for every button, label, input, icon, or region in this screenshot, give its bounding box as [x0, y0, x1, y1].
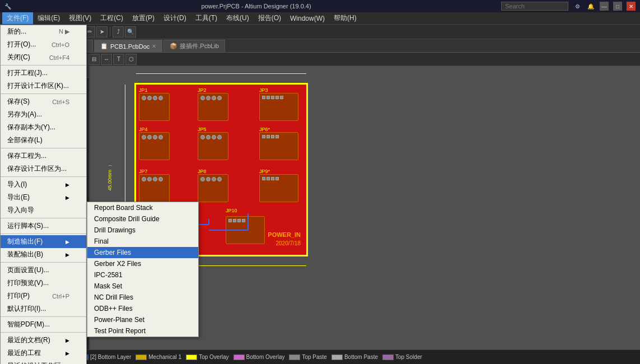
label-jp1: JP1: [139, 87, 148, 93]
pad: [233, 219, 236, 222]
fm-save-as[interactable]: 另存为(A)...: [1, 108, 86, 121]
menu-item-project[interactable]: 工程(C): [96, 12, 128, 24]
fm-print[interactable]: 打印(P) Ctrl+P: [1, 290, 86, 302]
notifications-button[interactable]: 🔔: [586, 2, 595, 11]
fm-save-copy[interactable]: 保存副本为(Y)...: [1, 121, 86, 134]
fm-open-workspace[interactable]: 打开设计工作区(K)...: [1, 80, 86, 92]
maximize-button[interactable]: □: [613, 2, 622, 11]
fs-final[interactable]: Final: [87, 236, 198, 247]
tab-pcb-close[interactable]: ✕: [152, 43, 156, 49]
fm-save[interactable]: 保存(S) Ctrl+S: [1, 95, 86, 108]
zoom-btn[interactable]: 🔍: [125, 26, 136, 38]
fm-sep-6: [1, 234, 86, 234]
pad: [275, 177, 279, 180]
status-bottom-paste[interactable]: Bottom Paste: [331, 354, 378, 360]
pad: [158, 135, 163, 139]
component-jp9: [259, 174, 298, 202]
fm-run-script[interactable]: 运行脚本(S)...: [1, 220, 86, 232]
fm-save-all[interactable]: 全部保存(L): [1, 134, 86, 147]
pad: [212, 96, 216, 100]
menu-item-file[interactable]: 文件(F): [2, 12, 33, 24]
fm-recent-workspaces[interactable]: 最近的设计工作区 ▶: [1, 360, 86, 364]
fm-assembly-output[interactable]: 装配输出(B) ▶: [1, 248, 86, 261]
fm-sep-9: [1, 332, 86, 333]
menu-item-view[interactable]: 视图(V): [64, 12, 96, 24]
top-solder-color: [382, 354, 394, 360]
menu-item-edit[interactable]: 编辑(E): [33, 12, 64, 24]
status-top-overlay[interactable]: Top Overlay: [186, 354, 228, 360]
fm-fab-output-label: 制造输出(F): [7, 237, 43, 246]
fs-composite-drill[interactable]: Composite Drill Guide: [87, 213, 198, 225]
fm-recent-projects[interactable]: 最近的工程 ▶: [1, 347, 86, 360]
fm-save-project-label: 保存工程为...: [7, 151, 46, 161]
top-overlay-color: [186, 354, 197, 360]
fs-gerber-files[interactable]: Gerber Files: [87, 247, 198, 258]
fs-power-plane[interactable]: Power-Plane Set: [87, 314, 198, 325]
fm-new[interactable]: 新的... N ▶: [1, 25, 86, 38]
search-input[interactable]: [501, 2, 568, 11]
fm-default-print[interactable]: 默认打印(I)...: [1, 302, 86, 315]
settings-button[interactable]: ⚙: [573, 2, 582, 11]
pad: [200, 96, 205, 100]
label-jp4: JP4: [139, 127, 148, 132]
layers-btn[interactable]: ⊟: [88, 54, 100, 65]
fm-save-label: 保存(S): [7, 97, 30, 106]
fm-smart-pdf[interactable]: 智能PDF(M)...: [1, 318, 86, 331]
fs-nc-drill[interactable]: NC Drill Files: [87, 292, 198, 303]
tab-lib[interactable]: 📦 接插件.PcbLib: [163, 40, 225, 52]
menu-item-help[interactable]: 帮助(H): [329, 12, 361, 24]
select-btn[interactable]: ➤: [96, 26, 108, 38]
fs-report-board-stack[interactable]: Report Board Stack: [87, 202, 198, 213]
toolbar-pcb: ▼ + 📊 ⊞ ╱ ∿ 🔒 ⊟ ↔ T ⬡: [0, 53, 640, 66]
menu-item-place[interactable]: 放置(P): [128, 12, 159, 24]
fm-save-project[interactable]: 保存工程为...: [1, 150, 86, 162]
component-jp6: [259, 132, 298, 160]
fm-export[interactable]: 导出(E) ▶: [1, 191, 86, 204]
text-btn[interactable]: T: [113, 54, 124, 65]
route-btn[interactable]: ⤴: [113, 26, 124, 38]
fs-odb[interactable]: ODB++ Files: [87, 303, 198, 314]
menu-item-design[interactable]: 设计(D): [159, 12, 191, 24]
status-mech1[interactable]: Mechanical 1: [136, 354, 181, 360]
fs-drill-drawings[interactable]: Drill Drawings: [87, 225, 198, 236]
fs-mask-set[interactable]: Mask Set: [87, 281, 198, 292]
fm-import-guide[interactable]: 导入向导: [1, 204, 86, 217]
fm-recent-docs[interactable]: 最近的文档(R) ▶: [1, 334, 86, 347]
pad: [267, 177, 270, 180]
status-top-solder[interactable]: Top Solder: [382, 354, 422, 360]
statusbar: LS [1] Top Layer [2] Bottom Layer Mechan…: [0, 349, 640, 364]
shape-btn[interactable]: ⬡: [125, 54, 137, 65]
menu-item-route[interactable]: 布线(U): [222, 12, 254, 24]
pad: [271, 135, 274, 138]
pad: [142, 96, 146, 100]
fm-fab-output[interactable]: 制造输出(F) ▶: [1, 235, 86, 248]
fm-page-setup[interactable]: 页面设置(U)...: [1, 264, 86, 277]
menu-item-report[interactable]: 报告(O): [254, 12, 286, 24]
fm-open[interactable]: 打开(O)... Ctrl+O: [1, 38, 86, 51]
fs-ipc2581[interactable]: IPC-2581: [87, 269, 198, 281]
fm-close[interactable]: 关闭(C) Ctrl+F4: [1, 51, 86, 64]
close-button[interactable]: ✕: [627, 2, 636, 11]
fm-import[interactable]: 导入(I) ▶: [1, 178, 86, 191]
status-bottom-overlay[interactable]: Bottom Overlay: [233, 354, 285, 360]
menu-item-window[interactable]: Window(W): [286, 13, 329, 24]
pad: [275, 96, 279, 99]
fm-open-project[interactable]: 打开工程(J)...: [1, 67, 86, 80]
fm-import-label: 导入(I): [7, 180, 27, 189]
fm-save-as-label: 另存为(A)...: [7, 110, 42, 119]
fm-export-arrow: ▶: [66, 195, 69, 200]
pad: [228, 219, 232, 222]
fm-print-preview[interactable]: 打印预览(V)...: [1, 277, 86, 290]
tab-pcb[interactable]: 📋 PCB1.PcbDoc ✕: [94, 40, 162, 52]
component-jp7: [139, 174, 170, 202]
pad: [242, 219, 245, 222]
fm-save-workspace[interactable]: 保存设计工作区为...: [1, 162, 86, 175]
fs-test-point[interactable]: Test Point Report: [87, 325, 198, 337]
status-top-paste[interactable]: Top Paste: [289, 354, 326, 360]
fm-smart-pdf-label: 智能PDF(M)...: [7, 320, 50, 329]
fs-gerber-x2[interactable]: Gerber X2 Files: [87, 258, 198, 269]
minimize-button[interactable]: —: [600, 2, 609, 11]
pad: [237, 219, 241, 222]
dim-btn[interactable]: ↔: [101, 54, 112, 65]
menu-item-tools[interactable]: 工具(T): [191, 12, 222, 24]
